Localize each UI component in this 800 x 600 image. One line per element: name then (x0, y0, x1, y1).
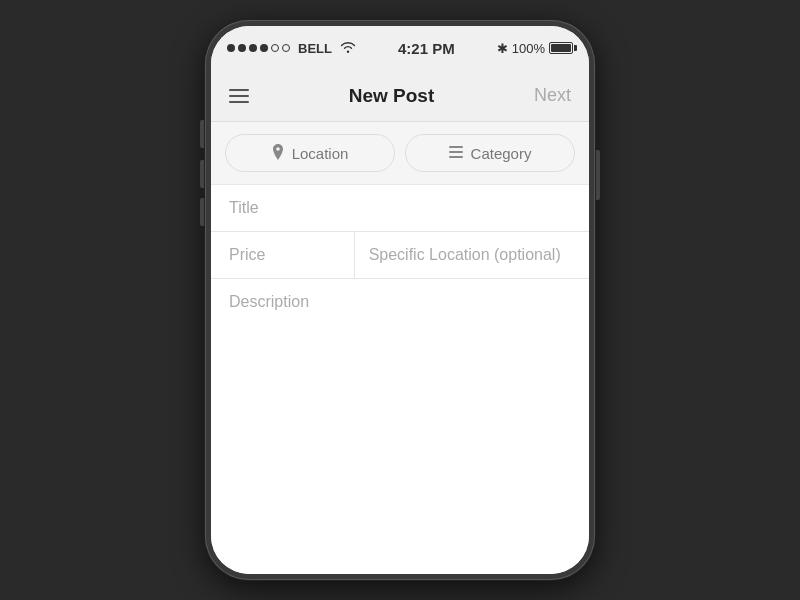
signal-dot-3 (249, 44, 257, 52)
svg-rect-1 (449, 151, 463, 153)
specific-location-field-container (355, 232, 589, 278)
phone-screen: BELL 4:21 PM ✱ 100% (211, 26, 589, 574)
svg-rect-0 (449, 146, 463, 148)
description-input[interactable] (229, 293, 571, 311)
hamburger-line-2 (229, 95, 249, 97)
description-field-container (211, 279, 589, 325)
location-button-label: Location (292, 145, 349, 162)
signal-dot-6 (282, 44, 290, 52)
price-location-row (211, 232, 589, 279)
form-area (211, 185, 589, 325)
status-left: BELL (227, 40, 356, 56)
location-button[interactable]: Location (225, 134, 395, 172)
menu-button[interactable] (229, 89, 249, 103)
status-right: ✱ 100% (497, 41, 573, 56)
content-area: Location Category (211, 122, 589, 574)
battery-fill (551, 44, 571, 52)
signal-dot-4 (260, 44, 268, 52)
page-title: New Post (349, 85, 435, 107)
signal-dot-5 (271, 44, 279, 52)
next-button[interactable]: Next (534, 85, 571, 106)
svg-rect-2 (449, 156, 463, 158)
pin-icon (272, 144, 284, 163)
title-field-container (211, 185, 589, 232)
wifi-icon (340, 40, 356, 56)
status-bar: BELL 4:21 PM ✱ 100% (211, 26, 589, 70)
filter-row: Location Category (211, 122, 589, 185)
hamburger-line-1 (229, 89, 249, 91)
phone-frame: BELL 4:21 PM ✱ 100% (205, 20, 595, 580)
price-field-container (211, 232, 355, 278)
carrier-label: BELL (298, 41, 332, 56)
status-time: 4:21 PM (398, 40, 455, 57)
category-button[interactable]: Category (405, 134, 575, 172)
title-input[interactable] (229, 199, 571, 217)
nav-bar: New Post Next (211, 70, 589, 122)
category-button-label: Category (471, 145, 532, 162)
signal-dot-1 (227, 44, 235, 52)
specific-location-input[interactable] (369, 246, 575, 264)
signal-dots (227, 44, 290, 52)
bluetooth-icon: ✱ (497, 41, 508, 56)
hamburger-line-3 (229, 101, 249, 103)
signal-dot-2 (238, 44, 246, 52)
battery-percent: 100% (512, 41, 545, 56)
price-input[interactable] (229, 246, 336, 264)
battery-icon (549, 42, 573, 54)
list-icon (449, 145, 463, 161)
